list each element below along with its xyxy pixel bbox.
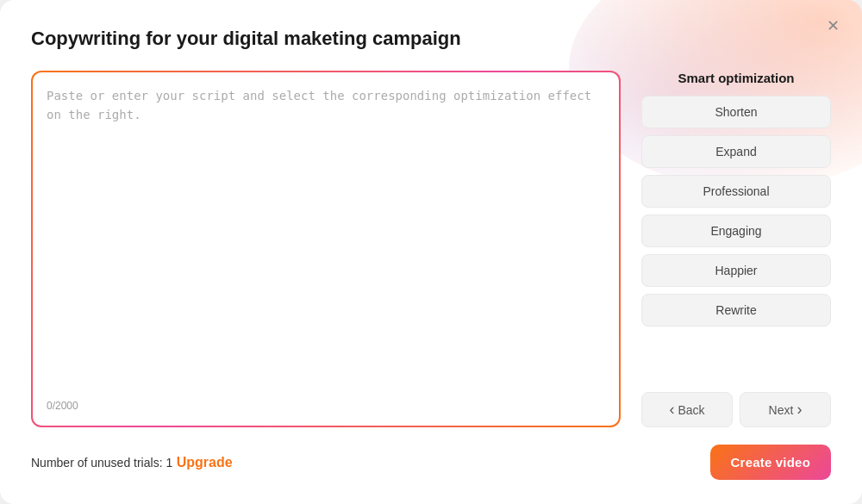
trials-text: Number of unused trials: 1 <box>31 456 172 470</box>
next-button[interactable]: Next <box>740 392 831 427</box>
opt-btn-shorten[interactable]: Shorten <box>641 96 831 128</box>
back-button[interactable]: Back <box>641 392 733 427</box>
opt-btn-happier[interactable]: Happier <box>641 254 831 287</box>
upgrade-link[interactable]: Upgrade <box>177 455 233 470</box>
chevron-left-icon <box>669 401 674 419</box>
chevron-right-icon <box>796 401 802 419</box>
back-label: Back <box>678 403 704 417</box>
modal-container: ✕ Copywriting for your digital maketing … <box>0 0 862 504</box>
optimization-panel: Smart optimization Shorten Expand Profes… <box>641 71 831 427</box>
char-count: 0/2000 <box>47 400 605 412</box>
optimization-buttons: Shorten Expand Professional Engaging Hap… <box>641 96 831 383</box>
content-row: 0/2000 Smart optimization Shorten Expand… <box>31 71 831 427</box>
opt-btn-rewrite[interactable]: Rewrite <box>641 294 831 327</box>
next-label: Next <box>769 403 794 417</box>
nav-row: Back Next <box>641 392 831 427</box>
opt-btn-professional[interactable]: Professional <box>641 175 831 208</box>
opt-btn-engaging[interactable]: Engaging <box>641 215 831 247</box>
script-input[interactable] <box>47 86 605 393</box>
close-button[interactable]: ✕ <box>821 14 845 38</box>
create-video-button[interactable]: Create video <box>710 445 831 480</box>
footer: Number of unused trials: 1 Upgrade Creat… <box>31 445 831 480</box>
textarea-wrapper: 0/2000 <box>31 71 621 427</box>
opt-btn-expand[interactable]: Expand <box>641 135 831 168</box>
page-title: Copywriting for your digital maketing ca… <box>31 28 831 50</box>
optimization-title: Smart optimization <box>641 71 831 85</box>
trials-info: Number of unused trials: 1 Upgrade <box>31 455 233 470</box>
